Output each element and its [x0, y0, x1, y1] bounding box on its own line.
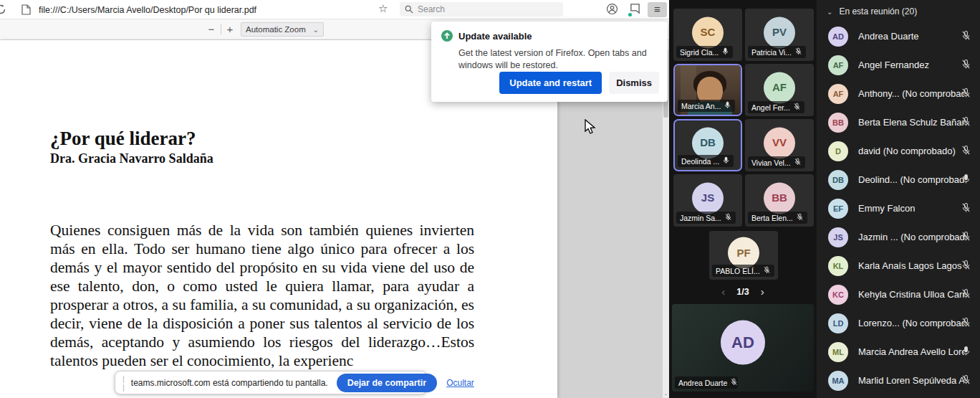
bookmark-star-icon[interactable]: ☆: [378, 2, 388, 15]
reload-icon[interactable]: [0, 4, 6, 15]
avatar: JS: [828, 227, 848, 247]
participant-name: Emmy Falcon: [858, 203, 915, 214]
participants-section-header[interactable]: ⌄ En esta reunión (20): [827, 6, 917, 16]
next-page-icon[interactable]: ›: [761, 285, 764, 298]
participant-name: PABLO ELÍ...: [716, 267, 760, 275]
video-tile[interactable]: DB Deolinda ...: [673, 119, 742, 171]
participant-name: Angel Fer...: [751, 103, 790, 112]
update-icon: [441, 30, 453, 42]
participant-row[interactable]: AD Andrea Duarte: [817, 22, 980, 51]
mic-icon: [961, 174, 971, 187]
participant-row[interactable]: D david (No comprobado): [817, 137, 980, 166]
avatar: VV: [764, 127, 795, 158]
video-tile[interactable]: PF PABLO ELÍ...: [709, 231, 778, 280]
stop-sharing-button[interactable]: Dejar de compartir: [337, 374, 437, 392]
hide-sharing-bar-link[interactable]: Ocultar: [446, 378, 474, 388]
mic-muted-icon: [961, 116, 971, 130]
mic-muted-icon: [961, 288, 971, 302]
avatar: ML: [828, 342, 848, 362]
avatar: AF: [828, 55, 848, 75]
extension-status-dot: [628, 13, 632, 16]
participant-name: Patricia Vi...: [751, 48, 792, 57]
zoom-out-button[interactable]: −: [205, 23, 218, 35]
avatar: DB: [828, 170, 848, 190]
participant-row[interactable]: DB Deolind... (No comprobado): [817, 166, 980, 194]
avatar: PF: [728, 237, 759, 268]
participant-name: Angel Fernandez: [858, 60, 929, 70]
participant-row[interactable]: BB Berta Elena Schulz Bañares: [817, 108, 980, 137]
firefox-window: file:///C:/Users/Marcia Avello/Desktop/P…: [0, 0, 669, 398]
video-tile[interactable]: VV Vivian Vel...: [745, 119, 814, 171]
pdf-document-author: Dra. Gracia Navarro Saldaña: [50, 151, 213, 166]
mouse-cursor: [584, 119, 598, 138]
zoom-level-select[interactable]: Automatic Zoom ⌄: [241, 22, 324, 37]
drag-handle-icon[interactable]: | |: [123, 374, 125, 392]
participant-row[interactable]: EF Emmy Falcon: [817, 194, 980, 223]
video-tile[interactable]: SC Sigrid Cla...: [673, 9, 742, 61]
account-icon[interactable]: [606, 3, 618, 15]
zoom-level-value: Automatic Zoom: [246, 25, 313, 34]
mic-muted-icon: [794, 158, 802, 167]
participant-row[interactable]: JS Jazmin ... (No comprobado): [817, 223, 980, 252]
mic-muted-icon: [724, 213, 732, 222]
avatar: AD: [721, 321, 765, 365]
participants-panel: ⌄ En esta reunión (20) AD Andrea Duarte …: [817, 0, 980, 398]
dismiss-button[interactable]: Dismiss: [609, 72, 659, 94]
participants-count-label: En esta reunión (20): [839, 6, 917, 16]
mic-muted-icon: [961, 87, 971, 101]
video-tile[interactable]: BB Berta Elen...: [745, 174, 814, 227]
mic-muted-icon: [961, 145, 971, 158]
screen-sharing-bar: | | teams.microsoft.com está compartiend…: [115, 371, 427, 394]
teams-video-grid: SC Sigrid Cla... PV Patricia Vi... Marci…: [669, 0, 817, 398]
search-placeholder: Search: [418, 4, 445, 14]
video-tile[interactable]: AF Angel Fer...: [745, 64, 814, 116]
video-tile[interactable]: JS Jazmin Sa...: [673, 174, 742, 227]
browser-toolbar: file:///C:/Users/Marcia Avello/Desktop/P…: [0, 0, 669, 19]
participant-row[interactable]: AF Anthony... (No comprobado): [817, 80, 980, 108]
mic-muted-icon: [961, 59, 971, 72]
scroll-down-icon[interactable]: ⌄: [663, 391, 669, 397]
mic-icon: [961, 346, 971, 359]
participant-name: Deolinda ...: [681, 157, 719, 166]
participant-row[interactable]: MA Marlid Loren Sepúlveda A...: [817, 366, 980, 395]
participant-row[interactable]: AF Angel Fernandez: [817, 51, 980, 80]
mic-muted-icon: [961, 231, 971, 245]
participant-name: Anthony... (No comprobado): [858, 88, 964, 99]
extension-icon[interactable]: [630, 3, 640, 14]
participant-name: Berta Elen...: [751, 214, 793, 222]
mic-muted-icon: [730, 378, 738, 387]
avatar: DB: [692, 127, 724, 158]
zoom-in-button[interactable]: +: [224, 23, 236, 35]
mic-muted-icon: [793, 103, 801, 112]
page-icon: [21, 4, 31, 15]
participant-name: david (No comprobado): [858, 146, 956, 156]
search-input[interactable]: Search: [400, 2, 563, 16]
menu-button[interactable]: ≡: [648, 2, 667, 17]
video-tile[interactable]: PV Patricia Vi...: [745, 9, 814, 61]
participant-name: Sigrid Cla...: [680, 48, 719, 57]
sharing-status-text: teams.microsoft.com está compartiendo tu…: [131, 378, 328, 388]
participant-row[interactable]: LD Lorenzo... (No comprobado): [817, 309, 980, 338]
address-bar[interactable]: file:///C:/Users/Marcia Avello/Desktop/P…: [39, 5, 256, 15]
update-body-text: Get the latest version of Firefox. Open …: [458, 47, 659, 72]
page-indicator: 1/3: [736, 287, 749, 297]
avatar: MA: [828, 371, 848, 391]
participant-row[interactable]: ML Marcia Andrea Avello Lorca: [817, 338, 980, 366]
update-and-restart-button[interactable]: Update and restart: [499, 72, 602, 94]
participant-name: Jazmin Sa...: [680, 214, 721, 222]
mic-icon: [724, 101, 731, 110]
participant-name: Marcia Andrea Avello Lorca: [858, 346, 964, 357]
previous-page-icon[interactable]: ‹: [721, 285, 725, 298]
participant-row[interactable]: KL Karla Anaís Lagos Lagos: [817, 252, 980, 280]
avatar: KC: [828, 285, 848, 305]
avatar: AF: [828, 84, 848, 104]
screen: file:///C:/Users/Marcia Avello/Desktop/P…: [0, 0, 980, 398]
mic-muted-icon: [961, 30, 971, 44]
participant-name: Vivian Vel...: [751, 158, 791, 167]
participant-row[interactable]: KC Kehyla Cristina Ulloa Carrillo: [817, 280, 980, 309]
spotlight-tile[interactable]: AD Andrea Duarte: [672, 304, 814, 392]
tile-pagination: ‹ 1/3 ›: [669, 285, 817, 298]
video-tile-webcam[interactable]: Marcia An...: [673, 64, 742, 116]
avatar: SC: [692, 16, 724, 48]
chevron-down-icon: ⌄: [313, 26, 319, 34]
